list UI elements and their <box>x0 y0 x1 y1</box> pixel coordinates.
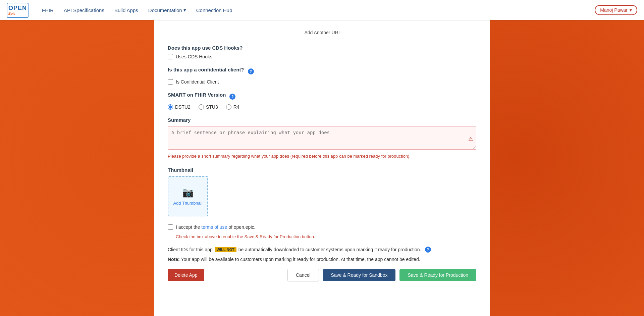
add-uri-bar: Add Another URI <box>168 27 476 38</box>
client-ids-prefix: Client IDs for this app <box>168 247 213 252</box>
summary-textarea-wrapper: ⚠ <box>168 126 476 151</box>
confidential-checkbox-row: Is Confidential Client <box>168 79 476 85</box>
client-ids-notice: Client IDs for this app will NOT be auto… <box>168 247 476 253</box>
terms-checkbox[interactable] <box>168 224 173 230</box>
thumbnail-title: Thumbnail <box>168 167 476 173</box>
navbar: OPEN Epic FHIR API Specifications Build … <box>0 0 644 20</box>
terms-row: I accept the terms of use of open.epic. <box>168 224 476 231</box>
summary-textarea[interactable] <box>168 126 476 150</box>
cds-hooks-section: Does this app use CDS Hooks? Uses CDS Ho… <box>168 45 476 59</box>
add-uri-label: Add Another URI <box>304 30 339 35</box>
save-sandbox-button[interactable]: Save & Ready for Sandbox <box>323 269 396 281</box>
radio-stu3-input[interactable] <box>199 104 204 110</box>
note-text: Your app will be available to customers … <box>181 257 420 262</box>
radio-stu3[interactable]: STU3 <box>199 104 218 110</box>
confidential-title: Is this app a confidential client? <box>168 67 244 72</box>
radio-r4[interactable]: R4 <box>226 104 239 110</box>
cds-hooks-title: Does this app use CDS Hooks? <box>168 45 476 51</box>
user-name: Manoj Pawar <box>600 7 628 13</box>
cds-hooks-checkbox-row: Uses CDS Hooks <box>168 54 476 59</box>
logo-image: OPEN Epic <box>7 3 29 18</box>
terms-suffix: of open.epic. <box>228 224 255 230</box>
right-button-group: Cancel Save & Ready for Sandbox Save & R… <box>287 269 476 281</box>
smart-version-section: SMART on FHIR Version ? DSTU2 STU3 R4 <box>168 92 476 110</box>
confidential-label[interactable]: Is Confidential Client <box>176 79 219 85</box>
add-thumbnail-button[interactable]: 📷 Add Thumbnail <box>168 176 208 216</box>
note-label: Note: <box>168 257 180 262</box>
radio-dstu2-input[interactable] <box>168 104 173 110</box>
thumbnail-label: Add Thumbnail <box>173 201 202 206</box>
cds-hooks-checkbox[interactable] <box>168 54 173 59</box>
nav-link-documentation[interactable]: Documentation ▾ <box>148 7 186 13</box>
will-not-badge: will NOT <box>215 247 236 252</box>
terms-warning: Check the box above to enable the Save &… <box>176 234 476 239</box>
confidential-checkbox[interactable] <box>168 79 173 85</box>
nav-link-build-apps[interactable]: Build Apps <box>114 7 138 13</box>
user-menu[interactable]: Manoj Pawar ▾ <box>595 5 637 15</box>
client-ids-help-icon[interactable]: ? <box>425 247 431 253</box>
terms-section: I accept the terms of use of open.epic. … <box>168 224 476 239</box>
client-ids-suffix: be automatically downloaded to customer … <box>238 247 421 252</box>
cds-hooks-label[interactable]: Uses CDS Hooks <box>176 54 212 59</box>
user-dropdown-icon: ▾ <box>630 7 632 13</box>
cancel-button[interactable]: Cancel <box>287 269 319 281</box>
action-bar: Delete App Cancel Save & Ready for Sandb… <box>168 269 476 281</box>
content-panel: Add Another URI Does this app use CDS Ho… <box>154 20 490 316</box>
thumbnail-section: Thumbnail 📷 Add Thumbnail <box>168 167 476 216</box>
radio-stu3-label: STU3 <box>206 104 218 110</box>
logo-open-text: OPEN <box>8 5 27 12</box>
nav-links: FHIR API Specifications Build Apps Docum… <box>42 7 595 13</box>
summary-error-text: Please provide a short summary regarding… <box>168 153 476 160</box>
terms-prefix: I accept the <box>176 224 200 230</box>
nav-link-api-specs[interactable]: API Specifications <box>64 7 104 13</box>
save-production-button[interactable]: Save & Ready for Production <box>399 269 476 281</box>
smart-version-title: SMART on FHIR Version <box>168 92 226 98</box>
dropdown-chevron-icon: ▾ <box>183 7 186 13</box>
nav-link-fhir[interactable]: FHIR <box>42 7 54 13</box>
smart-version-help-icon[interactable]: ? <box>229 94 235 100</box>
main-wrapper: Add Another URI Does this app use CDS Ho… <box>0 20 644 316</box>
camera-icon: 📷 <box>182 187 194 198</box>
logo-epic-text: Epic <box>8 12 27 15</box>
smart-version-title-row: SMART on FHIR Version ? <box>168 92 476 101</box>
radio-r4-label: R4 <box>233 104 239 110</box>
smart-version-radio-group: DSTU2 STU3 R4 <box>168 104 476 110</box>
nav-link-connection-hub[interactable]: Connection Hub <box>196 7 232 13</box>
summary-section: Summary ⚠ Please provide a short summary… <box>168 117 476 160</box>
summary-title: Summary <box>168 117 476 123</box>
delete-app-button[interactable]: Delete App <box>168 269 204 281</box>
radio-dstu2-label: DSTU2 <box>175 104 191 110</box>
terms-link[interactable]: terms of use <box>201 224 227 230</box>
confidential-help-icon[interactable]: ? <box>248 68 254 74</box>
radio-dstu2[interactable]: DSTU2 <box>168 104 191 110</box>
summary-error-icon: ⚠ <box>468 136 473 142</box>
terms-label[interactable]: I accept the terms of use of open.epic. <box>176 224 255 231</box>
radio-r4-input[interactable] <box>226 104 231 110</box>
note-section: Note: Your app will be available to cust… <box>168 257 476 262</box>
logo[interactable]: OPEN Epic <box>7 3 29 18</box>
confidential-section: Is this app a confidential client? ? Is … <box>168 67 476 85</box>
confidential-title-row: Is this app a confidential client? ? <box>168 67 476 76</box>
